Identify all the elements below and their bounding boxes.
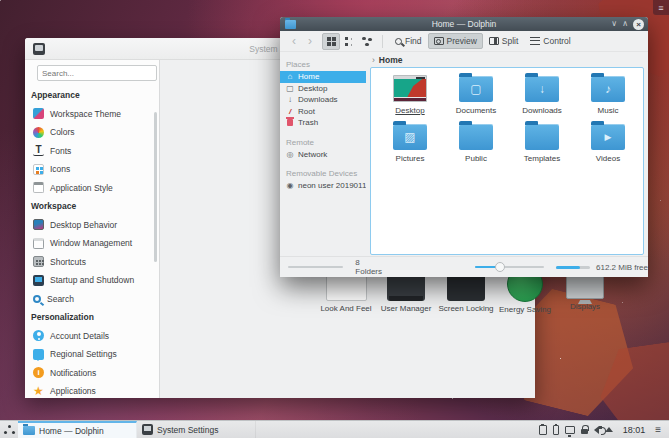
public-folder-icon (459, 124, 493, 150)
applications-icon: ★ (33, 386, 44, 397)
folder-music[interactable]: ♪ Music (577, 72, 639, 115)
desktop-icon: ▢ (286, 84, 294, 93)
sidebar-item-colors[interactable]: Colors (25, 123, 159, 142)
places-item-network[interactable]: ◎ Network (280, 149, 366, 161)
fonts-icon: T (33, 145, 44, 156)
control-menu-icon (530, 37, 540, 45)
places-item-trash[interactable]: Trash (280, 117, 366, 129)
split-icon (489, 37, 499, 45)
close-button[interactable]: × (633, 19, 644, 30)
details-view-icon (345, 37, 354, 46)
places-item-neon-user[interactable]: ◉ neon user 20190117-05:4 (280, 180, 366, 192)
display-icon[interactable] (565, 426, 575, 434)
zoom-slider-handle[interactable] (495, 262, 505, 272)
notifications-icon: i (33, 367, 44, 378)
removable-devices-header: Removable Devices (280, 166, 366, 180)
application-style-icon (33, 182, 44, 193)
maximize-button[interactable]: ∧ (622, 19, 628, 29)
sidebar-item-window-management[interactable]: Window Management (25, 234, 159, 253)
startup-shutdown-icon (33, 275, 44, 286)
system-settings-task-icon (142, 424, 153, 435)
disc-icon: ◉ (286, 181, 294, 190)
taskbar-item-dolphin[interactable]: Home — Dolphin (18, 421, 137, 438)
system-settings-app-icon (33, 43, 45, 55)
view-tree-button[interactable] (358, 33, 376, 50)
pictures-folder-icon: ▨ (393, 124, 427, 150)
taskbar: Home — Dolphin System Settings 18:01 ≡ (0, 420, 669, 438)
sidebar-item-icons[interactable]: Icons (25, 160, 159, 179)
breadcrumb-location: Home (379, 55, 403, 65)
preview-button[interactable]: Preview (428, 33, 483, 49)
folder-count: 8 Folders (355, 258, 382, 276)
folder-view[interactable]: Desktop ▢ Documents ↓ Downloads ♪ Music … (370, 67, 644, 255)
clipboard-icon[interactable] (539, 425, 547, 435)
lock-icon[interactable] (581, 429, 588, 434)
account-details-icon (33, 330, 44, 341)
system-settings-sidebar: Appearance Workspace Theme Colors T Font… (25, 60, 160, 398)
folder-desktop[interactable]: Desktop (379, 72, 441, 115)
find-button[interactable]: Find (389, 33, 428, 49)
split-button[interactable]: Split (483, 33, 525, 49)
dolphin-window: Home — Dolphin ∨ ∧ × ‹ › Find Preview Sp… (280, 17, 648, 277)
places-item-downloads[interactable]: ↓ Downloads (280, 94, 366, 106)
places-item-root[interactable]: / Root (280, 106, 366, 118)
places-item-desktop[interactable]: ▢ Desktop (280, 83, 366, 95)
view-details-button[interactable] (340, 33, 358, 50)
sidebar-item-account-details[interactable]: Account Details (25, 327, 159, 346)
icons-view-icon (327, 37, 336, 46)
app-launcher-button[interactable] (0, 421, 18, 438)
dolphin-titlebar[interactable]: Home — Dolphin ∨ ∧ × (280, 17, 648, 31)
sidebar-item-desktop-behavior[interactable]: Desktop Behavior (25, 216, 159, 235)
folder-documents[interactable]: ▢ Documents (445, 72, 507, 115)
folder-pictures[interactable]: ▨ Pictures (379, 120, 441, 163)
minimize-button[interactable]: ∨ (611, 19, 617, 29)
sidebar-item-shortcuts[interactable]: Shortcuts (25, 253, 159, 272)
sidebar-item-workspace-theme[interactable]: Workspace Theme (25, 105, 159, 124)
sidebar-item-applications[interactable]: ★ Applications (25, 382, 159, 401)
statusbar-progress-track (288, 266, 343, 268)
remote-header: Remote (280, 135, 366, 149)
battery-icon[interactable] (553, 425, 559, 435)
downloads-folder-icon: ↓ (525, 76, 559, 102)
panel-settings-icon[interactable]: ≡ (655, 424, 664, 435)
sidebar-item-application-style[interactable]: Application Style (25, 179, 159, 198)
folder-public[interactable]: Public (445, 120, 507, 163)
folder-downloads[interactable]: ↓ Downloads (511, 72, 573, 115)
videos-folder-icon: ▶ (591, 124, 625, 150)
breadcrumb-chevron-icon: › (372, 55, 375, 65)
shortcuts-icon (33, 256, 44, 267)
desktop-behavior-icon (33, 219, 44, 230)
sidebar-item-startup-shutdown[interactable]: Startup and Shutdown (25, 271, 159, 290)
sidebar-item-notifications[interactable]: i Notifications (25, 364, 159, 383)
back-button[interactable]: ‹ (286, 34, 302, 48)
zoom-slider[interactable] (475, 266, 544, 268)
folder-templates[interactable]: Templates (511, 120, 573, 163)
control-button[interactable]: Control (524, 33, 576, 49)
search-input[interactable] (37, 65, 157, 81)
network-icon: ◎ (286, 150, 294, 159)
clock[interactable]: 18:01 (619, 425, 650, 435)
breadcrumb[interactable]: › Home (372, 55, 402, 65)
search-icon (395, 38, 402, 45)
wallpaper-stars (0, 0, 1, 1)
folder-videos[interactable]: ▶ Videos (577, 120, 639, 163)
app-launcher-icon (4, 425, 14, 435)
volume-icon[interactable] (594, 426, 599, 434)
desktop-folder-icon (393, 75, 427, 102)
sidebar-item-fonts[interactable]: T Fonts (25, 142, 159, 161)
sidebar-item-search[interactable]: Search (25, 290, 159, 309)
search-module-icon (33, 295, 41, 303)
toolbar-separator (382, 35, 383, 48)
capacity-bar-fill (556, 266, 580, 269)
desktop-toolbox-icon[interactable]: ≡ (653, 0, 669, 15)
sidebar-item-regional-settings[interactable]: Regional Settings (25, 345, 159, 364)
taskbar-item-system-settings[interactable]: System Settings (137, 421, 256, 438)
sidebar-scrollbar[interactable] (154, 112, 157, 262)
tray-expand-icon[interactable] (605, 427, 613, 432)
workspace-theme-icon (33, 108, 44, 119)
documents-folder-icon: ▢ (459, 76, 493, 102)
forward-button[interactable]: › (302, 34, 318, 48)
view-icons-button[interactable] (322, 33, 340, 50)
places-item-home[interactable]: ⌂ Home (280, 71, 366, 83)
templates-folder-icon (525, 124, 559, 150)
